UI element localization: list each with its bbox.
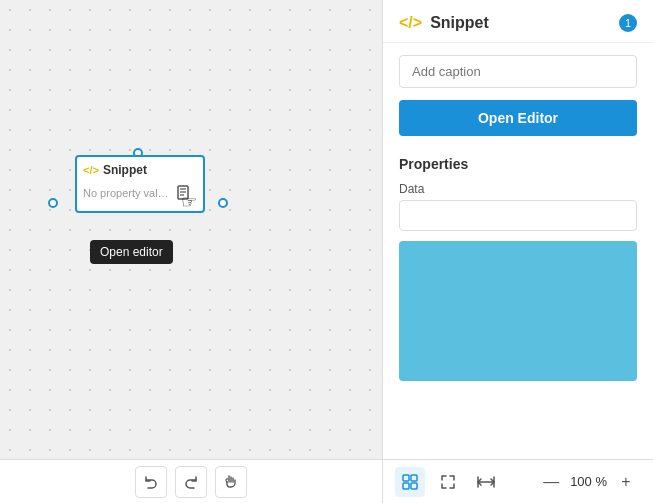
- tooltip-text: Open editor: [100, 245, 163, 259]
- open-editor-icon-btn[interactable]: ☞: [173, 181, 197, 205]
- properties-title: Properties: [399, 156, 637, 172]
- fit-width-icon: [477, 473, 495, 491]
- data-input[interactable]: [399, 200, 637, 231]
- svg-rect-5: [411, 475, 417, 481]
- snippet-widget-body: No property value ☞: [83, 181, 197, 205]
- hand-cursor-icon: ☞: [181, 193, 197, 211]
- panel-header: </> Snippet 1: [383, 0, 653, 43]
- hand-tool-button[interactable]: [215, 466, 247, 498]
- canvas-toolbar: [0, 459, 382, 503]
- zoom-minus-icon: —: [543, 473, 559, 491]
- snippet-widget-label: Snippet: [103, 163, 147, 177]
- open-editor-tooltip: Open editor: [90, 240, 173, 264]
- expand-button[interactable]: [433, 467, 463, 497]
- grid-view-button[interactable]: [395, 467, 425, 497]
- handle-right: [218, 198, 228, 208]
- zoom-in-panel-button[interactable]: +: [611, 467, 641, 497]
- snippet-icon-panel: </>: [399, 14, 422, 32]
- properties-section: Properties Data: [383, 148, 653, 241]
- no-property-value: No property value: [83, 187, 169, 199]
- zoom-plus-icon: +: [621, 473, 630, 491]
- svg-rect-4: [403, 475, 409, 481]
- zoom-out-panel-button[interactable]: —: [536, 467, 566, 497]
- panel-title: Snippet: [430, 14, 489, 32]
- panel-bottom-toolbar: — 100 % +: [383, 459, 653, 503]
- panel-toolbar-left: [395, 467, 501, 497]
- blue-data-block: [399, 241, 637, 381]
- canvas-area: </> Snippet No property value ☞ Open edi…: [0, 0, 383, 503]
- svg-rect-6: [403, 483, 409, 489]
- snippet-icon-canvas: </>: [83, 164, 99, 176]
- undo-button[interactable]: [135, 466, 167, 498]
- handle-left: [48, 198, 58, 208]
- panel-title-row: </> Snippet: [399, 14, 489, 32]
- fit-width-button[interactable]: [471, 467, 501, 497]
- snippet-widget-title: </> Snippet: [83, 163, 197, 177]
- svg-rect-7: [411, 483, 417, 489]
- right-panel: </> Snippet 1 Open Editor Properties Dat…: [383, 0, 653, 503]
- hand-tool-icon: [223, 474, 239, 490]
- data-label: Data: [399, 182, 637, 196]
- panel-zoom-label: 100 %: [570, 474, 607, 489]
- open-editor-button[interactable]: Open Editor: [399, 100, 637, 136]
- redo-icon: [183, 474, 199, 490]
- snippet-widget: </> Snippet No property value ☞: [75, 155, 205, 213]
- panel-toolbar-right: — 100 % +: [536, 467, 641, 497]
- redo-button[interactable]: [175, 466, 207, 498]
- undo-icon: [143, 474, 159, 490]
- panel-badge: 1: [619, 14, 637, 32]
- grid-icon: [401, 473, 419, 491]
- caption-input[interactable]: [399, 55, 637, 88]
- expand-icon: [439, 473, 457, 491]
